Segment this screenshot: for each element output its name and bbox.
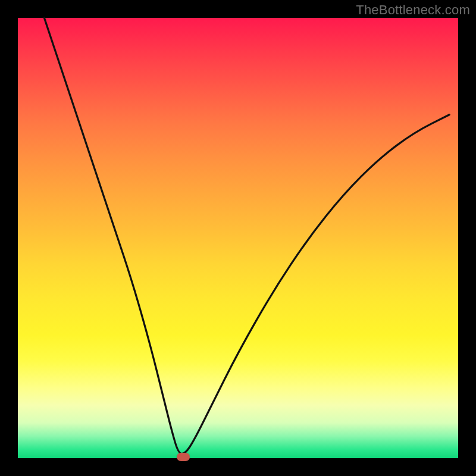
plot-area xyxy=(18,18,458,458)
chart-frame: TheBottleneck.com xyxy=(0,0,476,476)
bottleneck-curve xyxy=(18,18,458,458)
watermark-text: TheBottleneck.com xyxy=(356,2,470,18)
optimal-point-marker xyxy=(177,453,190,461)
